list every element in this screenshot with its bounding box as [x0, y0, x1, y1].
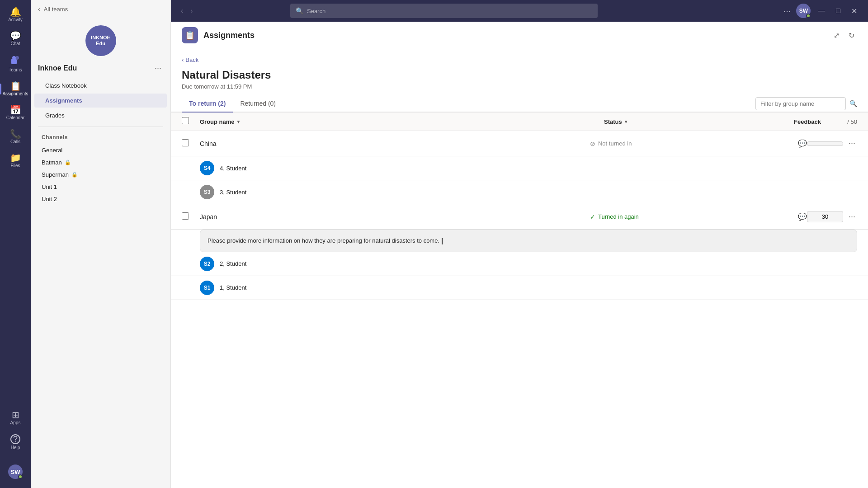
student-avatar-s2: S2	[200, 257, 214, 271]
filter-search-icon[interactable]: 🔍	[849, 100, 857, 107]
student-initials-s3: S3	[204, 189, 211, 195]
channel-unit2[interactable]: Unit 2	[31, 193, 170, 205]
content-title: Assignments	[203, 31, 255, 40]
sidebar-nav-assignments[interactable]: Assignments	[34, 94, 167, 108]
svg-point-2	[12, 56, 16, 60]
nav-item-chat[interactable]: 💬 Chat	[2, 28, 29, 50]
china-score-box[interactable]	[807, 141, 843, 146]
calls-icon: 📞	[10, 129, 21, 138]
back-to-all-teams[interactable]: ‹ All teams	[31, 0, 170, 18]
nav-arrows: ‹ ›	[178, 5, 196, 17]
team-avatar: INKNOE Edu	[85, 25, 116, 56]
filter-area: 🔍	[755, 97, 857, 110]
assignment-due: Due tomorrow at 11:59 PM	[182, 83, 857, 90]
topbar: ‹ › 🔍 ··· SW — □ ✕	[171, 0, 868, 22]
japan-more-button[interactable]: ···	[847, 210, 857, 223]
china-checkbox[interactable]	[182, 139, 189, 146]
nav-item-files[interactable]: 📁 Files	[2, 150, 29, 172]
sidebar-nav-grades[interactable]: Grades	[34, 108, 167, 122]
team-name: Inknoe Edu	[38, 64, 77, 72]
filter-input[interactable]	[755, 97, 846, 110]
close-button[interactable]: ✕	[848, 5, 861, 17]
topbar-right: ··· SW — □ ✕	[782, 4, 861, 18]
topbar-more-button[interactable]: ···	[782, 4, 793, 18]
sidebar: ‹ All teams INKNOE Edu Inknoe Edu ··· Cl…	[31, 0, 171, 488]
japan-score: 30	[807, 211, 843, 222]
japan-score-box[interactable]: 30	[807, 211, 843, 222]
status-sort-icon[interactable]: ▼	[624, 119, 628, 124]
user-avatar-nav[interactable]: SW	[8, 465, 23, 479]
team-avatar-wrap: INKNOE Edu	[31, 18, 170, 60]
tab-returned[interactable]: Returned (0)	[233, 95, 283, 113]
tabs-row: To return (2) Returned (0) 🔍	[171, 95, 868, 113]
channel-batman[interactable]: Batman 🔒	[31, 156, 170, 169]
china-score	[807, 141, 843, 146]
forward-nav-arrow[interactable]: ›	[188, 5, 195, 17]
student-name-s3: 3, Student	[220, 189, 246, 196]
group-name-header-label: Group name	[200, 118, 235, 125]
channel-general[interactable]: General	[31, 144, 170, 156]
channel-label-general: General	[42, 147, 62, 154]
channel-unit1[interactable]: Unit 1	[31, 181, 170, 193]
select-all-checkbox[interactable]	[182, 117, 189, 124]
group-sort-icon[interactable]: ▼	[236, 119, 241, 124]
nav-item-calendar[interactable]: 📅 Calendar	[2, 102, 29, 124]
nav-item-apps[interactable]: ⊞ Apps	[2, 407, 29, 429]
help-icon: ?	[10, 434, 20, 444]
team-more-button[interactable]: ···	[153, 61, 163, 75]
channel-label-batman: Batman	[42, 159, 62, 166]
refresh-button[interactable]: ↻	[846, 28, 857, 42]
student-initials-s2: S2	[204, 261, 211, 267]
lock-icon-batman: 🔒	[65, 160, 71, 165]
table-header: Group name ▼ Status ▼ Feedback / 50	[171, 113, 868, 131]
student-avatar-s3: S3	[200, 185, 214, 199]
nav-item-teams[interactable]: Teams	[2, 52, 29, 76]
chat-icon: 💬	[10, 31, 21, 40]
search-bar[interactable]: 🔍	[290, 4, 598, 18]
main-content: ‹ › 🔍 ··· SW — □ ✕ 📋 Assignments ⤢ ↻ ‹	[171, 0, 868, 488]
china-more-button[interactable]: ···	[847, 137, 857, 150]
china-feedback-icon[interactable]: 💬	[798, 139, 807, 148]
student-name-s2: 2, Student	[220, 260, 246, 267]
sidebar-nav-class-notebook[interactable]: Class Notebook	[34, 79, 167, 93]
japan-feedback-icon[interactable]: 💬	[798, 212, 807, 221]
china-checkbox-cell	[182, 139, 200, 148]
assignment-detail: ‹ Back Natural Disasters Due tomorrow at…	[171, 49, 868, 90]
nav-bar: 🔔 Activity 💬 Chat Teams 📋 Assignments 📅 …	[0, 0, 31, 488]
nav-item-activity[interactable]: 🔔 Activity	[2, 4, 29, 26]
nav-label-files: Files	[10, 163, 20, 168]
japan-feedback-bubble[interactable]: Please provide more information on how t…	[200, 230, 857, 252]
japan-checkbox[interactable]	[182, 212, 189, 220]
expand-button[interactable]: ⤢	[831, 28, 842, 42]
nav-item-calls[interactable]: 📞 Calls	[2, 126, 29, 148]
minimize-button[interactable]: —	[814, 5, 829, 17]
teams-icon	[10, 55, 20, 66]
channel-label-unit2: Unit 2	[42, 196, 57, 202]
user-avatar-topbar[interactable]: SW	[796, 4, 811, 18]
group-row-china: China ⊘ Not turned in 💬 ···	[171, 131, 868, 156]
student-row-s1: S1 1, Student	[171, 276, 868, 300]
student-name-s1: 1, Student	[220, 284, 246, 291]
assignments-header-icon: 📋	[182, 27, 198, 43]
activity-icon: 🔔	[10, 7, 21, 16]
nav-label-apps: Apps	[10, 420, 21, 425]
search-input[interactable]	[307, 8, 592, 14]
student-row-s2: S2 2, Student	[171, 252, 868, 276]
group-row-japan: Japan ✓ Turned in again 💬 30 ···	[171, 204, 868, 230]
maximize-button[interactable]: □	[832, 5, 844, 17]
not-turned-icon: ⊘	[590, 140, 595, 147]
back-link[interactable]: ‹ Back	[182, 56, 857, 63]
japan-status-label: Turned in again	[598, 213, 639, 220]
text-cursor	[442, 238, 443, 244]
nav-item-assignments[interactable]: 📋 Assignments	[2, 78, 29, 100]
channel-superman[interactable]: Superman 🔒	[31, 169, 170, 181]
channels-label: Channels	[31, 131, 170, 144]
china-status: ⊘ Not turned in	[590, 140, 717, 147]
tab-to-return[interactable]: To return (2)	[182, 95, 233, 113]
back-nav-arrow[interactable]: ‹	[178, 5, 186, 17]
student-row-s3: S3 3, Student	[171, 180, 868, 204]
nav-label-calls: Calls	[10, 139, 20, 144]
table-area: Group name ▼ Status ▼ Feedback / 50 Chin…	[171, 113, 868, 488]
feedback-text: Please provide more information on how t…	[208, 237, 439, 244]
nav-item-help[interactable]: ? Help	[2, 431, 29, 454]
